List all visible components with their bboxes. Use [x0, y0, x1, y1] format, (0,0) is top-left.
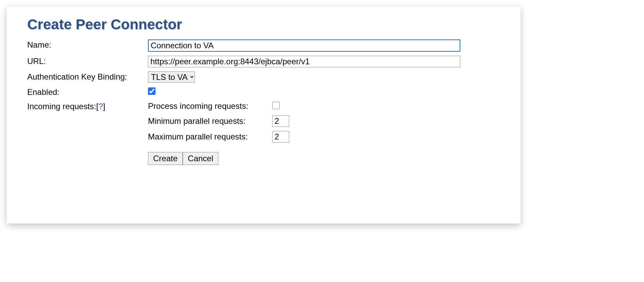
label-max-parallel: Maximum parallel requests:	[148, 132, 272, 142]
help-bracket-close: ]	[103, 102, 105, 111]
label-incoming-text: Incoming requests:	[27, 102, 96, 111]
label-url: URL:	[27, 56, 148, 66]
name-input[interactable]	[148, 39, 460, 52]
row-min-parallel: Minimum parallel requests:	[148, 115, 500, 127]
create-button[interactable]: Create	[148, 152, 183, 165]
row-name: Name:	[27, 39, 500, 52]
row-enabled: Enabled:	[27, 87, 500, 97]
max-parallel-input[interactable]	[272, 131, 289, 143]
label-name: Name:	[27, 39, 148, 50]
row-url: URL:	[27, 56, 500, 67]
incoming-help-link[interactable]: ?	[98, 102, 103, 111]
label-min-parallel: Minimum parallel requests:	[148, 116, 272, 126]
enabled-checkbox[interactable]	[148, 87, 155, 95]
cancel-button[interactable]: Cancel	[183, 152, 218, 165]
create-peer-connector-panel: Create Peer Connector Name: URL: Authent…	[7, 7, 521, 223]
auth-key-binding-select[interactable]: TLS to VA	[148, 71, 195, 83]
row-process-incoming: Process incoming requests:	[148, 101, 500, 111]
process-incoming-checkbox[interactable]	[272, 102, 280, 109]
min-parallel-input[interactable]	[272, 115, 289, 127]
page-title: Create Peer Connector	[27, 16, 500, 33]
label-process-incoming: Process incoming requests:	[148, 101, 272, 111]
row-auth-key-binding: Authentication Key Binding: TLS to VA	[27, 71, 500, 83]
row-incoming: Incoming requests:[?] Process incoming r…	[27, 101, 500, 165]
label-enabled: Enabled:	[27, 87, 148, 97]
label-incoming: Incoming requests:[?]	[27, 101, 148, 111]
url-input[interactable]	[148, 56, 460, 67]
row-max-parallel: Maximum parallel requests:	[148, 131, 500, 143]
button-row: Create Cancel	[148, 152, 500, 165]
label-auth-key-binding: Authentication Key Binding:	[27, 71, 148, 82]
